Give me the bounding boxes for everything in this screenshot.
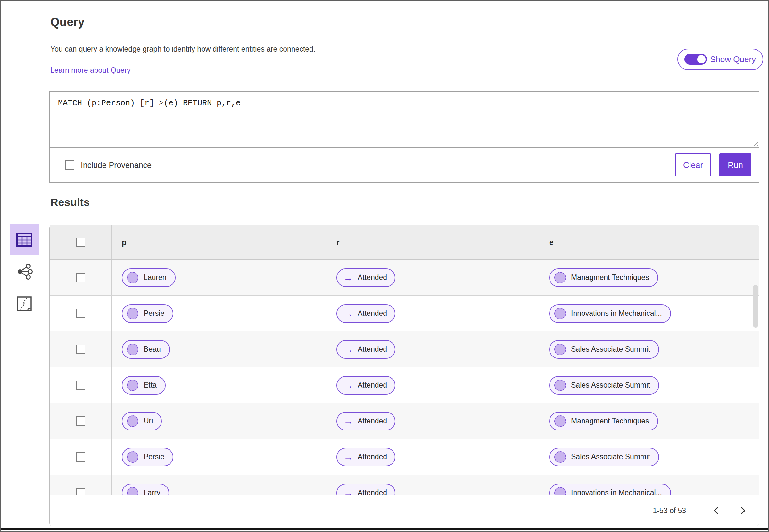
entity-node-icon xyxy=(127,415,138,427)
arrow-right-icon: → xyxy=(343,345,353,354)
entity-pill[interactable]: Sales Associate Summit xyxy=(549,340,659,359)
row-checkbox-cell xyxy=(50,260,111,295)
relation-pill[interactable]: → Attended xyxy=(336,448,396,466)
row-checkbox-cell xyxy=(50,296,111,331)
row-checkbox[interactable] xyxy=(76,488,85,495)
pagination-next-button[interactable] xyxy=(736,503,750,518)
cell-p: Etta xyxy=(111,367,327,403)
relation-pill[interactable]: → Attended xyxy=(336,376,396,395)
entity-pill[interactable]: Sales Associate Summit xyxy=(549,448,659,466)
relation-pill[interactable]: → Attended xyxy=(336,340,396,359)
entity-pill[interactable]: Etta xyxy=(122,376,166,395)
entity-node-icon xyxy=(127,451,138,463)
page-title: Query xyxy=(50,15,85,29)
column-header-p[interactable]: p xyxy=(111,225,327,259)
cell-r: → Attended xyxy=(327,367,539,403)
row-checkbox[interactable] xyxy=(76,416,85,426)
cell-e: Innovations in Mechanical... xyxy=(539,296,752,331)
column-header-r[interactable]: r xyxy=(327,225,539,259)
results-title: Results xyxy=(50,196,90,209)
row-checkbox-cell xyxy=(50,403,111,439)
query-controls: Include Provenance Clear Run xyxy=(50,148,759,182)
arrow-right-icon: → xyxy=(343,416,353,426)
entity-node-icon xyxy=(554,344,566,355)
learn-more-link[interactable]: Learn more about Query xyxy=(50,66,131,75)
pagination-prev-button[interactable] xyxy=(709,503,723,518)
cell-e: Sales Associate Summit xyxy=(539,439,752,475)
table-view-tab[interactable] xyxy=(10,224,39,255)
show-query-toggle[interactable]: Show Query xyxy=(677,49,763,70)
cell-r: → Attended xyxy=(327,260,539,295)
cell-r: → Attended xyxy=(327,296,539,331)
entity-node-icon xyxy=(554,487,566,495)
app-window: Query You can query a knowledge graph to… xyxy=(0,0,769,532)
entity-pill[interactable]: Persie xyxy=(122,304,173,323)
row-checkbox-cell xyxy=(50,367,111,403)
cell-p: Lauren xyxy=(111,260,327,295)
map-view-icon xyxy=(17,296,32,311)
entity-pill[interactable]: Innovations in Mechanical... xyxy=(549,304,671,323)
entity-node-icon xyxy=(127,308,138,319)
resize-handle-icon[interactable] xyxy=(752,140,758,146)
cell-e: Managment Techniques xyxy=(539,260,752,295)
run-button[interactable]: Run xyxy=(719,153,751,176)
table-row: Lauren → Attended Managment Techniques xyxy=(50,260,759,296)
cell-p: Persie xyxy=(111,439,327,475)
entity-pill[interactable]: Lauren xyxy=(122,268,176,287)
row-checkbox-cell xyxy=(50,439,111,475)
toggle-on-icon[interactable] xyxy=(684,54,707,65)
toggle-knob xyxy=(697,55,706,63)
show-query-label: Show Query xyxy=(710,54,756,64)
table-row: Uri → Attended Managment Techniques xyxy=(50,403,759,439)
entity-pill[interactable]: Managment Techniques xyxy=(549,412,658,430)
results-table: p r e Lauren → Attended xyxy=(49,225,759,526)
row-checkbox[interactable] xyxy=(76,273,85,282)
query-description: You can query a knowledge graph to ident… xyxy=(50,45,315,53)
entity-pill[interactable]: Sales Associate Summit xyxy=(549,376,659,395)
cell-r: → Attended xyxy=(327,331,539,367)
row-scrollbar-gutter xyxy=(752,331,759,367)
include-provenance-checkbox[interactable] xyxy=(65,160,74,170)
table-row: Larry → Attended Innovations in Mechanic… xyxy=(50,475,759,495)
row-checkbox[interactable] xyxy=(76,452,85,462)
relation-pill[interactable]: → Attended xyxy=(336,484,396,495)
row-checkbox[interactable] xyxy=(76,309,85,318)
relation-pill[interactable]: → Attended xyxy=(336,412,396,430)
cell-e: Innovations in Mechanical... xyxy=(539,475,752,495)
column-header-e[interactable]: e xyxy=(539,225,752,259)
arrow-right-icon: → xyxy=(343,273,353,282)
row-checkbox[interactable] xyxy=(76,381,85,390)
cell-p: Beau xyxy=(111,331,327,367)
entity-pill[interactable]: Larry xyxy=(122,484,169,495)
table-scrollbar-thumb[interactable] xyxy=(753,285,758,328)
row-checkbox-cell xyxy=(50,475,111,495)
row-scrollbar-gutter xyxy=(752,475,759,495)
entity-pill[interactable]: Managment Techniques xyxy=(549,268,658,287)
entity-pill[interactable]: Innovations in Mechanical... xyxy=(549,484,671,495)
cell-r: → Attended xyxy=(327,475,539,495)
relation-pill[interactable]: → Attended xyxy=(336,268,396,287)
entity-pill[interactable]: Persie xyxy=(122,448,173,466)
select-all-checkbox[interactable] xyxy=(76,238,85,247)
entity-pill[interactable]: Beau xyxy=(122,340,170,359)
map-view-tab[interactable] xyxy=(10,288,39,319)
row-checkbox[interactable] xyxy=(76,345,85,354)
cell-p: Persie xyxy=(111,296,327,331)
chevron-left-icon xyxy=(713,506,719,515)
table-body: Lauren → Attended Managment Techniques P… xyxy=(50,260,759,495)
row-scrollbar-gutter xyxy=(752,403,759,439)
network-view-tab[interactable] xyxy=(10,256,39,287)
cell-e: Sales Associate Summit xyxy=(539,367,752,403)
relation-pill[interactable]: → Attended xyxy=(336,304,396,323)
row-scrollbar-gutter xyxy=(752,439,759,475)
pagination-range: 1-53 of 53 xyxy=(653,506,686,515)
arrow-right-icon: → xyxy=(343,488,353,495)
cell-r: → Attended xyxy=(327,403,539,439)
entity-pill[interactable]: Uri xyxy=(122,412,162,430)
arrow-right-icon: → xyxy=(343,381,353,390)
table-row: Etta → Attended Sales Associate Summit xyxy=(50,367,759,403)
header-checkbox-cell xyxy=(50,225,111,259)
query-editor[interactable]: MATCH (p:Person)-[r]->(e) RETURN p,r,e xyxy=(50,92,759,148)
table-footer: 1-53 of 53 xyxy=(50,495,759,526)
clear-button[interactable]: Clear xyxy=(675,153,711,176)
